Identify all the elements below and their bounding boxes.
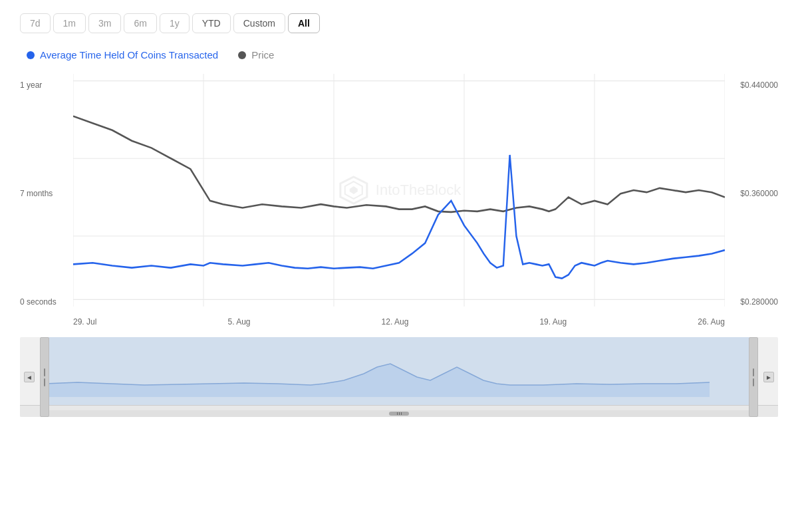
- avg-time-line: [73, 155, 725, 279]
- y-label-right-mid: $0.360000: [740, 189, 778, 198]
- x-label-0: 29. Jul: [73, 317, 96, 327]
- time-btn-7d[interactable]: 7d: [20, 13, 51, 33]
- time-btn-1m[interactable]: 1m: [53, 13, 86, 33]
- handle-line: [44, 378, 45, 386]
- navigator-handle-left[interactable]: [40, 337, 49, 417]
- handle-line: [753, 368, 754, 376]
- main-container: 7d 1m 3m 6m 1y YTD Custom All Average Ti…: [0, 0, 798, 532]
- y-axis-left: 1 year 7 months 0 seconds: [20, 74, 73, 327]
- time-btn-ytd[interactable]: YTD: [192, 13, 231, 33]
- chart-legend: Average Time Held Of Coins Transacted Pr…: [20, 49, 778, 61]
- legend-label-series1: Average Time Held Of Coins Transacted: [40, 49, 218, 61]
- x-label-2: 12. Aug: [382, 317, 409, 327]
- scrollbar-line: [399, 412, 400, 415]
- y-label-bottom: 0 seconds: [20, 297, 73, 307]
- chart-svg-container: IntoTheBlock: [73, 74, 725, 307]
- handle-lines-right: [753, 368, 754, 386]
- legend-label-series2: Price: [251, 49, 274, 61]
- x-axis: 29. Jul 5. Aug 12. Aug 19. Aug 26. Aug: [73, 307, 725, 327]
- navigator: ◄ ► 5. Aug 19. Aug: [20, 337, 778, 417]
- time-range-bar: 7d 1m 3m 6m 1y YTD Custom All: [20, 13, 778, 33]
- y-label-right-top: $0.440000: [740, 80, 778, 90]
- handle-line: [44, 368, 45, 376]
- time-btn-3m[interactable]: 3m: [88, 13, 121, 33]
- time-btn-custom[interactable]: Custom: [233, 13, 285, 33]
- navigator-handle-right[interactable]: [749, 337, 758, 417]
- time-btn-all[interactable]: All: [288, 13, 320, 33]
- arrow-left-icon: ◄: [26, 374, 33, 381]
- y-label-right-bottom: $0.280000: [740, 297, 778, 307]
- handle-line: [753, 378, 754, 386]
- time-btn-1y[interactable]: 1y: [160, 13, 190, 33]
- chart-area: 1 year 7 months 0 seconds $0.440000 $0.3…: [20, 74, 778, 327]
- arrow-right-icon: ►: [765, 374, 772, 381]
- scrollbar-line: [401, 412, 402, 415]
- main-chart-svg: [73, 74, 725, 307]
- time-btn-6m[interactable]: 6m: [124, 13, 156, 33]
- x-label-3: 19. Aug: [539, 317, 567, 327]
- y-label-mid: 7 months: [20, 189, 73, 198]
- x-label-4: 26. Aug: [698, 317, 725, 327]
- handle-lines-left: [44, 368, 45, 386]
- x-label-1: 5. Aug: [227, 317, 250, 327]
- navigator-scrollbar-thumb[interactable]: [389, 412, 409, 416]
- price-line: [73, 116, 725, 212]
- legend-dot-blue: [27, 51, 35, 59]
- legend-dot-dark: [238, 51, 246, 59]
- navigator-bottom-bar[interactable]: [20, 405, 778, 417]
- legend-item-series2: Price: [238, 49, 274, 61]
- y-label-top: 1 year: [20, 80, 73, 90]
- navigator-arrow-left[interactable]: ◄: [24, 372, 35, 382]
- scrollbar-line: [397, 412, 398, 415]
- legend-item-series1: Average Time Held Of Coins Transacted: [27, 49, 218, 61]
- y-axis-right: $0.440000 $0.360000 $0.280000: [725, 74, 778, 327]
- navigator-scrollbar[interactable]: [45, 410, 753, 417]
- navigator-arrow-right[interactable]: ►: [763, 372, 774, 382]
